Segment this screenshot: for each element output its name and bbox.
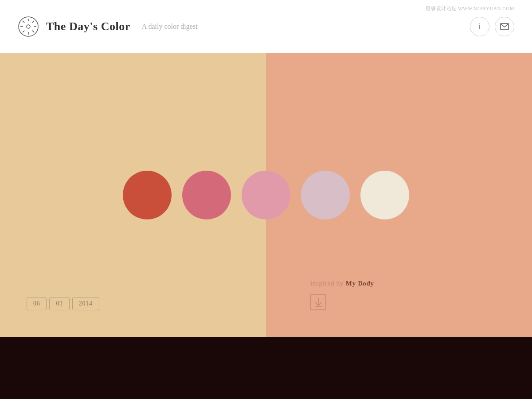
date-day: 03 <box>49 297 69 310</box>
svg-line-8 <box>32 20 34 22</box>
inspired-source: My Body <box>346 280 374 287</box>
date-badges: 06 03 2014 <box>27 297 99 310</box>
svg-point-1 <box>27 25 30 28</box>
info-label: i <box>479 23 481 31</box>
mail-icon <box>500 23 509 30</box>
download-icon <box>310 294 326 310</box>
site-title: The Day's Color <box>46 20 130 33</box>
right-panel: inspired by My Body <box>266 53 532 337</box>
watermark: 思缘设计论坛 WWW.MISSYUAN.COM <box>426 5 514 12</box>
svg-line-7 <box>32 30 34 32</box>
download-button[interactable] <box>310 294 326 310</box>
header-right: i <box>470 17 514 36</box>
header: The Day's Color A daily color digest i 思… <box>0 0 532 53</box>
mail-button[interactable] <box>495 17 514 36</box>
svg-line-6 <box>23 20 24 22</box>
bottom-area <box>0 337 532 399</box>
inspired-text: inspired by My Body <box>310 280 374 287</box>
left-panel: 06 03 2014 <box>0 53 266 337</box>
inspired-area: inspired by My Body <box>310 280 374 310</box>
date-year: 2014 <box>72 297 99 310</box>
logo-icon <box>18 16 39 37</box>
site-subtitle: A daily color digest <box>142 23 198 31</box>
main-area: 06 03 2014 inspired by My Body <box>0 53 532 337</box>
info-button[interactable]: i <box>470 17 489 36</box>
header-left: The Day's Color A daily color digest <box>18 16 198 37</box>
svg-line-9 <box>23 30 24 32</box>
date-month: 06 <box>27 297 47 310</box>
inspired-prefix: inspired by <box>310 280 344 287</box>
